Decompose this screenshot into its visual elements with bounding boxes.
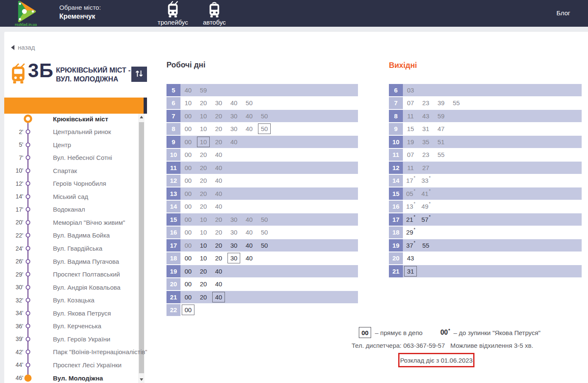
stop-item[interactable]: 39'Вул. Героїв України [4,333,136,345]
stop-travel-time: 30' [11,284,23,291]
stop-marker-icon [26,168,31,173]
time-cell: 00 [180,268,196,275]
hour-cell: 20 [166,278,180,291]
time-cell: 41* [418,190,433,197]
stop-item[interactable]: 2'Центральний ринок [4,126,136,138]
time-cell: 59 [433,112,449,120]
star-text: – до зупинки "Якова Петруся" [454,329,541,336]
stop-item[interactable]: Крюківський міст [4,114,136,125]
stop-item[interactable]: 24'Вул. Гвардійська [4,242,136,255]
depot-text: – прямує в депо [375,329,422,336]
stop-item[interactable]: 34'Вул. Якова Петруся [4,307,136,319]
time-cell: 00 [180,280,196,288]
site-logo[interactable]: rozklad.in.ua [11,0,41,27]
stop-item[interactable]: 20'Меморіал "Вічно живим" [4,216,136,229]
schedule-row: 15001020304050 [166,213,358,226]
time-cell: 00 [180,216,196,223]
scroll-down-icon [140,378,143,381]
time-cell: 40 [211,280,226,288]
hour-cell: 20 [389,252,403,265]
time-cell: 30 [226,125,241,132]
deviation-note: Можливе відхилення 3-5 хв. [450,342,533,349]
time-cell: 20 [196,177,211,184]
stop-name: Вул. Вадима Пугачова [53,258,119,265]
schedule-row: 1721*57* [389,213,582,226]
workdays-title: Робочі дні [166,61,205,70]
time-cell: 40 [211,177,226,184]
stop-marker-icon [26,246,31,251]
nav-bus[interactable]: автобус [197,1,231,26]
stop-item[interactable]: 10'Спартак [4,164,136,177]
minutes-group: 03 [403,84,418,96]
stop-item[interactable]: 32'Вул. Козацька [4,294,136,307]
stops-scrollbar[interactable] [138,114,144,383]
time-cell: 55 [449,99,464,106]
direction-tab-bar[interactable] [4,98,147,114]
time-cell: 30 [226,242,241,249]
schedule-row: 54059 [166,84,358,96]
stop-item[interactable]: 7'Вул. Небесної Сотні [4,151,136,164]
stop-item[interactable]: 5'Центр [4,138,136,151]
stop-item[interactable]: 17'Водоканал [4,203,136,216]
hour-cell: 9 [389,123,403,135]
time-cell: 29* [403,229,418,236]
minutes-group: 002040 [180,149,226,161]
schedule-row: 8001020304050 [166,123,358,135]
schedule-row: 1937*55 [389,239,582,252]
minutes-group: 001020304050 [180,110,272,122]
schedule-row: 9153147 [389,123,582,135]
scroll-up-button[interactable] [138,114,144,120]
time-cell: 37* [403,242,418,249]
time-cell: 35 [418,138,433,145]
stop-travel-time: 46' [11,375,23,381]
time-cell: 00 [180,254,196,262]
time-cell: 07 [403,151,418,158]
nav-trolleybus[interactable]: тролейбус [156,1,190,26]
time-cell: 39 [433,99,449,106]
stop-name: Центр [53,141,71,148]
time-cell: 00 [180,294,196,301]
schedule-row: 121127 [389,162,582,174]
stop-item[interactable]: 46'Вул. Молодіжна [4,372,136,383]
stop-item[interactable]: 36'Вул. Керченська [4,320,136,333]
stop-item[interactable]: 29'Проспект Полтавський [4,268,136,281]
time-cell: 03 [403,87,418,94]
time-cell: 20 [196,203,211,210]
stop-item[interactable]: 26'Вул. Вадима Пугачова [4,255,136,268]
hour-cell: 12 [166,175,180,187]
stop-marker-icon [26,129,31,134]
stop-name: Вул. Якова Петруся [53,310,111,317]
schedule-row: 13002040 [166,187,358,200]
time-cell: 50 [257,216,272,223]
stop-travel-time: 12' [11,180,23,187]
stop-name: Меморіал "Вічно живим" [53,219,125,226]
stop-item[interactable]: 42'Парк "Воїнів-Інтернаціоналістів" [4,346,136,358]
stop-item[interactable]: 30'Вул. Андрія Ковальова [4,281,136,294]
stop-travel-time: 17' [11,206,23,213]
blog-link[interactable]: Блог [557,9,570,17]
stop-name: Вул. Небесної Сотні [53,154,112,161]
stop-item[interactable]: 44'Проспект Лесі Українки [4,358,136,371]
stop-item[interactable]: 12'Героїв Чорнобиля [4,177,136,190]
stop-item[interactable]: 22'Вул. Вадима Бойка [4,229,136,242]
time-cell: 40 [211,203,226,210]
scroll-up-icon [140,116,143,118]
schedule-row: 1505*41* [389,187,582,200]
back-link[interactable]: назад [11,44,35,51]
time-cell: 50 [241,99,257,106]
nav-bus-label: автобус [197,19,231,26]
swap-direction-button[interactable] [131,67,147,82]
time-cell: 49* [418,203,433,210]
hour-cell: 14 [166,201,180,213]
time-cell: 00 [180,305,196,315]
stop-marker-icon [26,337,31,341]
time-cell: 11 [403,112,418,120]
scrollbar-thumb[interactable] [139,122,144,373]
route-name: КРЮКІВСЬКИЙ МІСТ - ВУЛ. МОЛОДІЖНА [56,66,136,84]
stop-travel-time: 39' [11,335,23,342]
star-mark: * [413,189,415,193]
scroll-down-button[interactable] [138,376,144,383]
stop-item[interactable]: 14'Міський сад [4,190,136,203]
schedule-row: 2200 [166,304,358,316]
hour-cell: 8 [166,123,180,135]
